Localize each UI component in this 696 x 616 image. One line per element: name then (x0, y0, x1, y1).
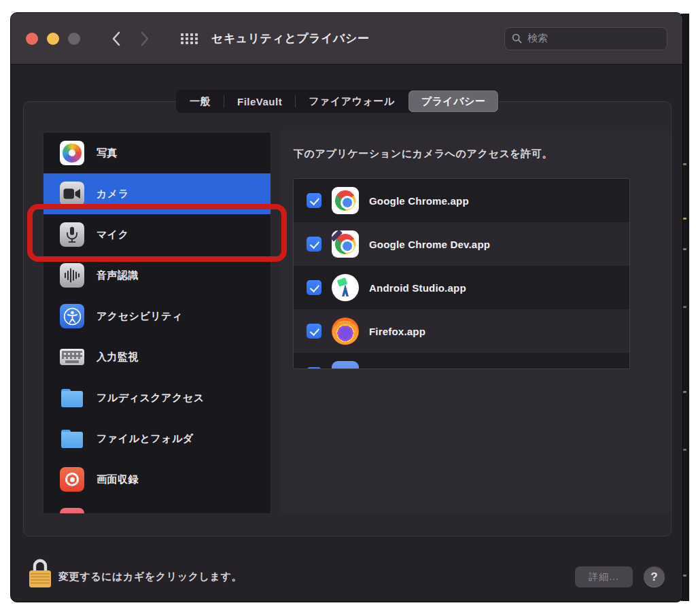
sidebar-item-label: アクセシビリティ (97, 310, 183, 323)
traffic-lights (26, 33, 80, 45)
mic-icon (60, 222, 84, 247)
zoom-button[interactable] (68, 33, 80, 45)
android-icon (332, 274, 359, 301)
detail-panel: 下のアプリケーションにカメラへのアクセスを許可。 Google Chrome.a… (279, 130, 671, 515)
waveform-icon (64, 267, 80, 284)
app-label: Google Chrome Dev.app (369, 239, 490, 250)
app-checkbox[interactable] (307, 367, 321, 369)
folder-icon (60, 386, 84, 410)
keyboard-icon (60, 349, 84, 365)
accessibility-icon (63, 307, 82, 326)
app-checkbox[interactable] (307, 237, 321, 252)
details-button[interactable]: 詳細... (575, 566, 633, 587)
chrome-icon (332, 187, 359, 214)
keyboard-icon (60, 345, 84, 369)
folder-icon (60, 426, 84, 451)
sidebar-item-label: 写真 (97, 147, 118, 160)
app-checkbox[interactable] (307, 280, 321, 295)
search-input[interactable]: 検索 (504, 27, 667, 50)
tab-general[interactable]: 一般 (177, 90, 224, 112)
sidebar-item-microphone[interactable]: マイク (44, 214, 271, 255)
app-row-google-chrome: Google Chrome.app (294, 179, 629, 222)
chromedev-icon (332, 230, 359, 258)
photos-icon (60, 141, 84, 165)
show-all-grid-icon[interactable] (181, 33, 198, 44)
folder-icon (60, 430, 84, 448)
record-icon (60, 467, 84, 492)
sidebar-item-files-and-folders[interactable]: ファイルとフォルダ (44, 418, 271, 459)
sidebar-item-label: 入力監視 (97, 351, 139, 364)
sidebar-item-screen-recording[interactable]: 画面収録 (44, 459, 271, 500)
lock-hint-text: 変更するにはカギをクリックします。 (58, 570, 242, 583)
tab-firewall[interactable]: ファイアウォール (296, 90, 407, 112)
screenshot-stage: セキュリティとプライバシー 検索 一般FileVaultファイアウォールプライバ… (0, 0, 696, 616)
app-row-android-studio: Android Studio.app (294, 266, 629, 309)
sidebar-item-accessibility[interactable]: アクセシビリティ (44, 296, 271, 337)
page-title: セキュリティとプライバシー (211, 31, 369, 46)
security-privacy-window: セキュリティとプライバシー 検索 一般FileVaultファイアウォールプライバ… (10, 12, 683, 602)
speech-icon (60, 263, 84, 288)
microphone-icon (66, 226, 78, 243)
sidebar-item-input-monitoring[interactable]: 入力監視 (44, 337, 271, 377)
app-row-partial-app (294, 353, 629, 369)
bluepartial-icon (332, 361, 359, 369)
app-checkbox[interactable] (307, 193, 321, 208)
chevron-right-icon (141, 31, 150, 46)
app-label: Android Studio.app (369, 282, 466, 294)
media-icon (60, 508, 84, 514)
sidebar-item-label: 音声認識 (97, 269, 139, 282)
sidebar-item-camera[interactable]: カメラ (44, 173, 271, 214)
minimize-button[interactable] (47, 33, 59, 45)
search-placeholder: 検索 (527, 32, 548, 45)
app-permission-list: Google Chrome.app Google Chrome Dev.app … (294, 179, 629, 369)
tab-bar: 一般FileVaultファイアウォールプライバシー (176, 90, 499, 113)
sidebar-item-label: 画面収録 (97, 473, 139, 486)
sidebar-list: 写真 カメラ マイク 音声認識 アクセシビリティ 入力監視 フルディスクアクセス… (43, 132, 271, 514)
app-label: Google Chrome.app (369, 195, 469, 207)
sidebar-item-speech-recognition[interactable]: 音声認識 (44, 255, 271, 296)
help-button[interactable]: ? (644, 566, 665, 587)
tab-privacy[interactable]: プライバシー (408, 90, 499, 112)
folder-icon (60, 389, 84, 407)
sidebar-item-photos[interactable]: 写真 (44, 133, 271, 173)
close-button[interactable] (26, 33, 38, 45)
camera-icon (60, 182, 84, 206)
sidebar-item-media-apple-music[interactable]: メディアとApple Music (44, 500, 271, 514)
firefox-icon (332, 318, 359, 345)
sidebar-item-label: フルディスクアクセス (97, 392, 205, 405)
access-icon (60, 304, 84, 328)
back-button[interactable] (111, 31, 120, 46)
app-checkbox[interactable] (307, 324, 321, 339)
chevron-left-icon (111, 31, 120, 46)
camera-icon (63, 187, 81, 201)
sidebar-item-label: メディアとApple Music (97, 514, 214, 515)
sidebar-item-label: カメラ (97, 188, 129, 201)
forward-button[interactable] (141, 31, 150, 46)
sidebar-item-label: ファイルとフォルダ (97, 432, 194, 445)
search-icon (512, 33, 522, 44)
detail-header-text: 下のアプリケーションにカメラへのアクセスを許可。 (294, 148, 553, 160)
app-label: Firefox.app (369, 326, 425, 337)
titlebar: セキュリティとプライバシー 検索 (11, 13, 682, 65)
sidebar-item-full-disk-access[interactable]: フルディスクアクセス (44, 377, 271, 418)
chrome-dev-badge (330, 230, 343, 242)
tab-filevault[interactable]: FileVault (224, 90, 295, 112)
app-row-google-chrome-dev: Google Chrome Dev.app (294, 222, 629, 266)
sidebar-item-label: マイク (97, 228, 129, 241)
lock-icon[interactable] (28, 557, 52, 589)
app-row-firefox: Firefox.app (294, 309, 629, 353)
